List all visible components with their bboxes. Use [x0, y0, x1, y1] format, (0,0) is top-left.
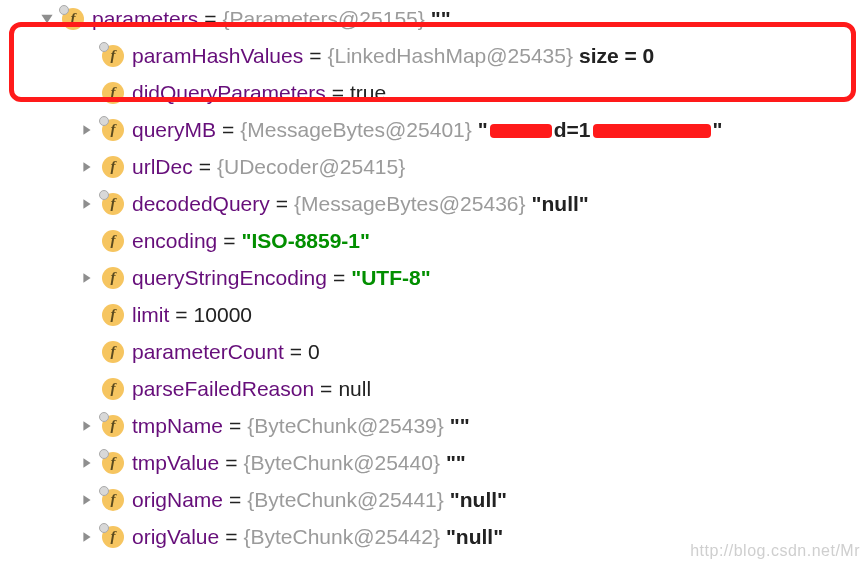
expand-toggle-icon[interactable] — [78, 195, 96, 213]
tree-row[interactable]: forigName={ByteChunk@25441}"null" — [0, 481, 864, 518]
field-icon: f — [102, 230, 124, 252]
watermark: http://blog.csdn.net/Mr — [690, 542, 860, 560]
field-name: tmpValue — [132, 451, 219, 475]
tree-row[interactable]: flimit=10000 — [0, 296, 864, 333]
field-name: origName — [132, 488, 223, 512]
object-reference: {MessageBytes@25436} — [294, 192, 525, 216]
field-icon: f — [102, 341, 124, 363]
expand-toggle-icon[interactable] — [78, 491, 96, 509]
field-icon: f — [102, 304, 124, 326]
expand-toggle-icon[interactable] — [38, 10, 56, 28]
tree-row[interactable]: fdecodedQuery={MessageBytes@25436}"null" — [0, 185, 864, 222]
field-name: paramHashValues — [132, 44, 303, 68]
field-icon: f — [102, 526, 124, 548]
field-value: 0 — [308, 340, 320, 364]
field-name: decodedQuery — [132, 192, 270, 216]
field-name: didQueryParameters — [132, 81, 326, 105]
equals-sign: = — [276, 192, 288, 216]
field-name: origValue — [132, 525, 219, 549]
equals-sign: = — [204, 7, 216, 31]
field-icon: f — [62, 8, 84, 30]
field-icon: f — [102, 378, 124, 400]
field-icon: f — [102, 452, 124, 474]
object-reference: {Parameters@25155} — [222, 7, 424, 31]
value-suffix: "null" — [532, 192, 589, 216]
field-value: 10000 — [194, 303, 252, 327]
expand-toggle-icon[interactable] — [78, 158, 96, 176]
equals-sign: = — [225, 525, 237, 549]
value-suffix: size = 0 — [579, 44, 654, 68]
expand-toggle-icon[interactable] — [78, 417, 96, 435]
equals-sign: = — [320, 377, 332, 401]
equals-sign: = — [223, 229, 235, 253]
field-name: limit — [132, 303, 169, 327]
expand-toggle-icon[interactable] — [78, 528, 96, 546]
equals-sign: = — [309, 44, 321, 68]
tree-row[interactable]: ftmpValue={ByteChunk@25440}"" — [0, 444, 864, 481]
value-suffix: "null" — [446, 525, 503, 549]
field-value: "ISO-8859-1" — [242, 229, 370, 253]
equals-sign: = — [175, 303, 187, 327]
tree-row[interactable]: fencoding="ISO-8859-1" — [0, 222, 864, 259]
tree-row[interactable]: fdidQueryParameters=true — [0, 74, 864, 111]
expand-toggle-icon[interactable] — [78, 454, 96, 472]
field-name: queryMB — [132, 118, 216, 142]
equals-sign: = — [222, 118, 234, 142]
tree-row[interactable]: fparamHashValues={LinkedHashMap@25435} s… — [0, 37, 864, 74]
tree-row[interactable]: fqueryStringEncoding="UTF-8" — [0, 259, 864, 296]
tree-row[interactable]: fparseFailedReason=null — [0, 370, 864, 407]
object-reference: {ByteChunk@25441} — [247, 488, 443, 512]
field-icon: f — [102, 45, 124, 67]
expand-toggle-icon[interactable] — [78, 121, 96, 139]
field-icon: f — [102, 156, 124, 178]
equals-sign: = — [332, 81, 344, 105]
equals-sign: = — [229, 414, 241, 438]
redacted-value: "d=1" — [478, 118, 723, 142]
equals-sign: = — [225, 451, 237, 475]
object-reference: {MessageBytes@25401} — [240, 118, 471, 142]
object-reference: {LinkedHashMap@25435} — [327, 44, 573, 68]
equals-sign: = — [290, 340, 302, 364]
field-icon: f — [102, 82, 124, 104]
object-reference: {UDecoder@25415} — [217, 155, 405, 179]
field-name: encoding — [132, 229, 217, 253]
equals-sign: = — [199, 155, 211, 179]
tree-row-parameters[interactable]: f parameters = {Parameters@25155} "" — [0, 0, 864, 37]
field-icon: f — [102, 489, 124, 511]
field-value: "UTF-8" — [351, 266, 430, 290]
object-reference: {ByteChunk@25442} — [243, 525, 439, 549]
field-value: null — [338, 377, 371, 401]
equals-sign: = — [229, 488, 241, 512]
tree-row[interactable]: furlDec={UDecoder@25415} — [0, 148, 864, 185]
field-name: urlDec — [132, 155, 193, 179]
tree-row[interactable]: ftmpName={ByteChunk@25439}"" — [0, 407, 864, 444]
field-name: parameters — [92, 7, 198, 31]
field-name: parseFailedReason — [132, 377, 314, 401]
field-name: tmpName — [132, 414, 223, 438]
tree-row[interactable]: fqueryMB={MessageBytes@25401}"d=1" — [0, 111, 864, 148]
field-icon: f — [102, 193, 124, 215]
field-name: parameterCount — [132, 340, 284, 364]
field-value: true — [350, 81, 386, 105]
field-name: queryStringEncoding — [132, 266, 327, 290]
field-icon: f — [102, 415, 124, 437]
field-icon: f — [102, 267, 124, 289]
equals-sign: = — [333, 266, 345, 290]
object-reference: {ByteChunk@25439} — [247, 414, 443, 438]
tree-row[interactable]: fparameterCount=0 — [0, 333, 864, 370]
debugger-variables-tree: f parameters = {Parameters@25155} "" fpa… — [0, 0, 864, 555]
value-suffix: "" — [450, 414, 470, 438]
expand-toggle-icon[interactable] — [78, 269, 96, 287]
value-suffix: "" — [446, 451, 466, 475]
value-suffix: "null" — [450, 488, 507, 512]
object-reference: {ByteChunk@25440} — [243, 451, 439, 475]
value-suffix: "" — [431, 7, 451, 31]
field-icon: f — [102, 119, 124, 141]
